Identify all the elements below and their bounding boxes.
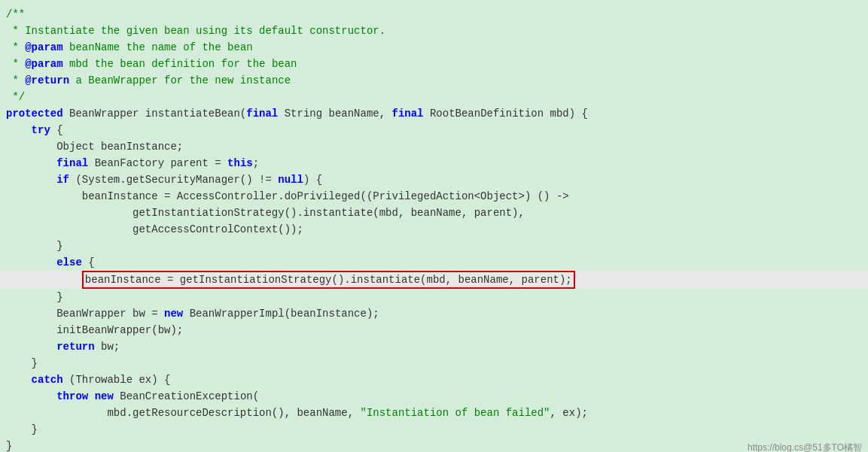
code-text (6, 338, 56, 355)
code-text: beanInstance = getInstantiationStrategy(… (85, 274, 572, 286)
code-text: { (82, 254, 95, 271)
keyword-final: final (56, 155, 88, 171)
comment-text: * Instantiate the given bean using its d… (6, 23, 385, 39)
code-text: BeanWrapperImpl(beanInstance); (183, 305, 379, 322)
code-line: getInstantiationStrategy().instantiate(m… (0, 205, 868, 221)
code-line-else: else { (0, 254, 868, 271)
keyword-catch: catch (32, 372, 63, 388)
code-text (6, 271, 82, 287)
keyword-throw: throw (56, 388, 88, 405)
code-text: (Throwable ex) { (63, 372, 171, 388)
comment-text: /** (6, 6, 25, 23)
code-text: BeanWrapper instantiateBean( (63, 105, 247, 122)
keyword-new2: new (95, 388, 114, 405)
code-text: BeanCreationException( (114, 388, 259, 405)
code-line: return bw; (0, 338, 868, 355)
string-text: "Instantiation of bean failed" (360, 405, 550, 421)
keyword-return: return (56, 338, 94, 355)
code-text (6, 171, 56, 188)
keyword-this: this (227, 155, 253, 171)
keyword-new: new (164, 305, 183, 322)
code-text: getAccessControlContext()); (6, 221, 303, 238)
code-text: getInstantiationStrategy().instantiate(m… (6, 205, 525, 221)
code-text: (System.getSecurityManager() != (69, 171, 278, 188)
code-line: } (0, 289, 868, 305)
code-line: } (0, 355, 868, 372)
comment-text: * (6, 39, 25, 56)
code-text: beanInstance = AccessController.doPrivil… (6, 188, 569, 205)
comment-text: * (6, 56, 25, 72)
code-text: } (6, 421, 38, 438)
code-text: bw; (95, 338, 120, 355)
keyword-final: final (246, 105, 278, 122)
keyword-else: else (56, 254, 82, 271)
code-line: /** (0, 6, 868, 23)
code-text: } (6, 289, 63, 305)
code-text (6, 372, 32, 388)
code-line: getAccessControlContext()); (0, 221, 868, 238)
keyword-protected: protected (6, 105, 63, 122)
code-text (6, 388, 56, 405)
return-tag: @return (25, 72, 69, 89)
code-text: RootBeanDefinition mbd) { (424, 105, 588, 122)
code-container: /** * Instantiate the given bean using i… (0, 0, 868, 452)
code-text: String beanName, (278, 105, 391, 122)
code-text: Object beanInstance; (6, 138, 183, 155)
code-text (6, 254, 56, 271)
comment-text: a BeanWrapper for the new instance (69, 72, 291, 89)
code-line: throw new BeanCreationException( (0, 388, 868, 405)
code-line: } (0, 421, 868, 438)
code-text: BeanFactory parent = (88, 155, 227, 171)
code-text: BeanWrapper bw = (6, 305, 164, 322)
param-tag: @param (25, 39, 62, 56)
param-tag: @param (25, 56, 62, 72)
code-line: if (System.getSecurityManager() != null)… (0, 171, 868, 188)
comment-text: * (6, 72, 25, 89)
code-text: ; (253, 155, 259, 171)
code-text: ) { (303, 171, 322, 188)
code-text: { (50, 122, 63, 138)
code-text: initBeanWrapper(bw); (6, 322, 183, 338)
code-line: catch (Throwable ex) { (0, 372, 868, 388)
code-line-highlighted: beanInstance = getInstantiationStrategy(… (0, 271, 868, 289)
keyword-null: null (278, 171, 303, 188)
keyword-if: if (56, 171, 69, 188)
boxed-code: beanInstance = getInstantiationStrategy(… (82, 271, 575, 289)
watermark: https://blog.cs@51多TO橘智 (748, 441, 862, 452)
code-line: initBeanWrapper(bw); (0, 322, 868, 338)
code-line: } (0, 438, 868, 452)
code-line: mbd.getResourceDescription(), beanName, … (0, 405, 868, 421)
code-line: final BeanFactory parent = this; (0, 155, 868, 171)
code-line: beanInstance = AccessController.doPrivil… (0, 188, 868, 205)
code-line: try { (0, 122, 868, 138)
code-line: BeanWrapper bw = new BeanWrapperImpl(bea… (0, 305, 868, 322)
code-line-method-sig: protected BeanWrapper instantiateBean(fi… (0, 105, 868, 122)
code-line: Object beanInstance; (0, 138, 868, 155)
code-text: } (6, 238, 63, 254)
keyword-final2: final (392, 105, 424, 122)
code-line: * @param beanName the name of the bean (0, 39, 868, 56)
code-text: mbd.getResourceDescription(), beanName, (6, 405, 360, 421)
code-text: , ex); (550, 405, 588, 421)
code-text: } (6, 438, 12, 452)
code-line: } (0, 238, 868, 254)
code-text: } (6, 355, 38, 372)
comment-text: beanName the name of the bean (63, 39, 253, 56)
code-text (6, 122, 32, 138)
code-text (6, 155, 56, 171)
code-line: * @return a BeanWrapper for the new inst… (0, 72, 868, 89)
comment-text: mbd the bean definition for the bean (63, 56, 297, 72)
code-text (88, 388, 94, 405)
code-line: * @param mbd the bean definition for the… (0, 56, 868, 72)
comment-text: */ (6, 89, 25, 105)
code-line: * Instantiate the given bean using its d… (0, 23, 868, 39)
code-line: */ (0, 89, 868, 105)
keyword-try: try (32, 122, 50, 138)
